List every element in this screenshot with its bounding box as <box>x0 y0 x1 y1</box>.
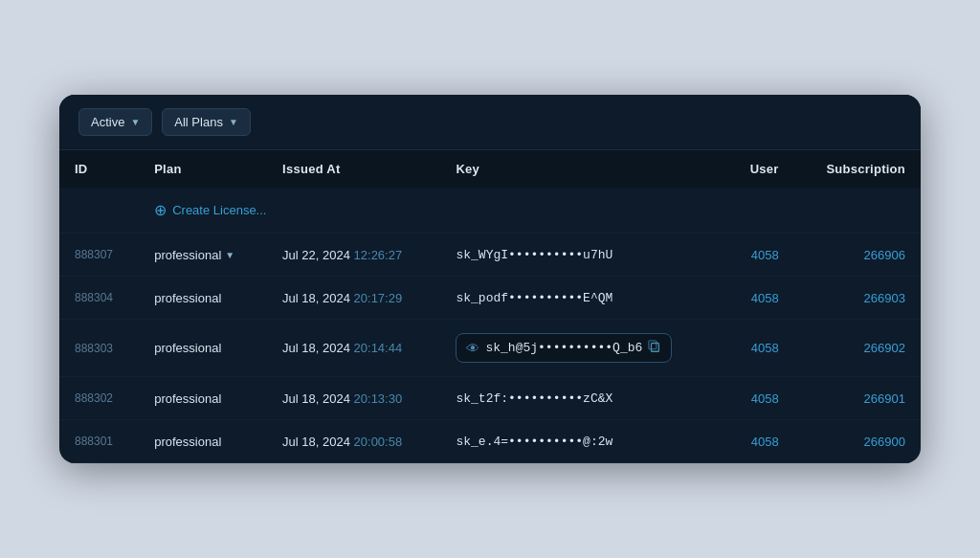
table-row: 888302professionalJul 18, 2024 20:13:30s… <box>59 377 921 420</box>
licenses-table: ID Plan Issued At Key User Subscription … <box>59 150 921 463</box>
row-id: 888303 <box>59 320 139 377</box>
table-header-row: ID Plan Issued At Key User Subscription <box>59 150 921 188</box>
plans-chevron-icon: ▼ <box>229 117 238 127</box>
row-user[interactable]: 4058 <box>725 377 794 420</box>
svg-rect-1 <box>649 341 657 349</box>
row-user[interactable]: 4058 <box>725 420 794 463</box>
key-text: sk_podf••••••••••E^QM <box>456 291 612 305</box>
row-time: 20:17:29 <box>354 291 403 305</box>
row-date: Jul 18, 2024 20:00:58 <box>267 420 440 463</box>
header-user: User <box>725 150 794 188</box>
copy-icon[interactable] <box>648 340 661 356</box>
svg-rect-0 <box>652 344 659 352</box>
row-subscription[interactable]: 266901 <box>794 377 921 420</box>
plan-text: professional <box>154 248 221 262</box>
row-date: Jul 18, 2024 20:13:30 <box>267 377 440 420</box>
row-subscription[interactable]: 266900 <box>794 420 921 463</box>
row-time: 20:00:58 <box>354 435 403 449</box>
row-id: 888304 <box>59 277 139 320</box>
row-user[interactable]: 4058 <box>725 234 794 277</box>
row-subscription[interactable]: 266902 <box>794 320 921 377</box>
row-time: 12:26:27 <box>354 248 403 262</box>
row-date: Jul 22, 2024 12:26:27 <box>267 234 440 277</box>
row-key: sk_t2f:••••••••••zC&X <box>440 377 725 420</box>
row-date: Jul 18, 2024 20:17:29 <box>267 277 440 320</box>
plans-dropdown[interactable]: All Plans ▼ <box>162 108 250 136</box>
header-issued-at: Issued At <box>267 150 440 188</box>
table-row: 888307professional ▼Jul 22, 2024 12:26:2… <box>59 234 921 277</box>
row-key: sk_WYgI••••••••••u7hU <box>440 234 725 277</box>
create-license-cell: ⊕ Create License... <box>139 188 921 234</box>
row-key: sk_podf••••••••••E^QM <box>440 277 725 320</box>
table-row: 888303professionalJul 18, 2024 20:14:44👁… <box>59 320 921 377</box>
row-id: 888301 <box>59 420 139 463</box>
plan-dropdown-chevron-icon[interactable]: ▼ <box>225 250 234 260</box>
row-time: 20:13:30 <box>354 391 403 406</box>
key-highlighted-container: 👁sk_h@5j••••••••••Q_b6 <box>456 333 672 363</box>
row-user[interactable]: 4058 <box>725 277 794 320</box>
row-time: 20:14:44 <box>354 341 403 355</box>
key-text: sk_t2f:••••••••••zC&X <box>456 391 612 406</box>
create-license-label: Create License... <box>172 203 266 217</box>
create-license-row: ⊕ Create License... <box>59 188 921 234</box>
key-text: sk_WYgI••••••••••u7hU <box>456 248 612 262</box>
row-subscription[interactable]: 266906 <box>794 234 921 277</box>
status-chevron-icon: ▼ <box>130 117 140 127</box>
table-row: 888304professionalJul 18, 2024 20:17:29s… <box>59 277 921 320</box>
plans-label: All Plans <box>174 115 223 129</box>
header-key: Key <box>440 150 725 188</box>
row-id: 888302 <box>59 377 139 420</box>
row-plan: professional <box>139 377 267 420</box>
row-key: sk_e.4=••••••••••@:2w <box>440 420 725 463</box>
header-id: ID <box>59 150 139 188</box>
key-text: sk_e.4=••••••••••@:2w <box>456 435 612 449</box>
row-plan: professional <box>139 420 267 463</box>
status-dropdown[interactable]: Active ▼ <box>78 108 152 136</box>
row-plan: professional <box>139 320 267 377</box>
status-label: Active <box>91 115 124 129</box>
plus-circle-icon: ⊕ <box>154 201 167 219</box>
eye-icon[interactable]: 👁 <box>466 341 479 356</box>
table-row: 888301professionalJul 18, 2024 20:00:58s… <box>59 420 921 463</box>
toolbar: Active ▼ All Plans ▼ <box>59 95 921 150</box>
create-license-button[interactable]: ⊕ Create License... <box>154 201 266 219</box>
row-key: 👁sk_h@5j••••••••••Q_b6 <box>440 320 725 377</box>
main-card: Active ▼ All Plans ▼ ID Plan Issued At K… <box>59 95 921 463</box>
header-subscription: Subscription <box>794 150 921 188</box>
plan-text: professional <box>154 391 221 406</box>
row-plan: professional <box>139 277 267 320</box>
key-text: sk_h@5j••••••••••Q_b6 <box>485 341 642 355</box>
plan-text: professional <box>154 435 221 449</box>
create-license-id <box>59 188 139 234</box>
plan-text: professional <box>154 341 221 355</box>
row-id: 888307 <box>59 234 139 277</box>
row-user[interactable]: 4058 <box>725 320 794 377</box>
plan-text: professional <box>154 291 221 305</box>
row-subscription[interactable]: 266903 <box>794 277 921 320</box>
header-plan: Plan <box>139 150 267 188</box>
row-plan: professional ▼ <box>139 234 267 277</box>
row-date: Jul 18, 2024 20:14:44 <box>267 320 440 377</box>
